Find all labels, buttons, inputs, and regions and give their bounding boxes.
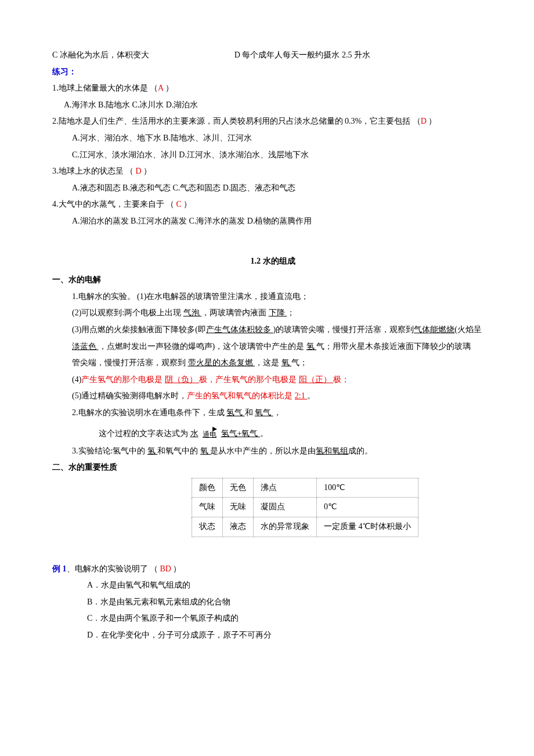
reaction-condition: 通电 [203,430,217,438]
example1-stem-b: ） [171,564,182,573]
q2-stem-b: ） [427,117,437,125]
sec1-p7-blank2: 氧 [200,447,211,455]
top-opt-d: D 每个成年人每天一般约摄水 2.5 升水 [234,51,370,59]
sec1-p3-l3c: ，这是 [255,358,282,367]
sec1-p7a: 3.实验结论:氢气中的 [72,447,147,455]
q1-stem-b: ） [163,84,174,92]
sec1-p4r1: 产生氢气的那个电极是 [81,375,165,384]
table-row: 状态 液态 水的异常现象 一定质量 4℃时体积最小 [192,517,418,537]
sec1-p5a: (5)通过精确实验测得电解水时， [72,391,187,400]
expr-products: 氢气+氧气 [221,429,260,438]
section-title: 1.2 水的组成 [52,254,493,269]
q2-options-1: A.河水、湖泊水、地下水 B.陆地水、冰川、江河水 [52,131,493,146]
sec1-p7-blank3: 氢和氧组 [316,447,348,455]
sec1-p6: 2.电解水的实验说明水在通电条件下，生成 氢气 和 氧气 ， [52,405,493,421]
sec1-p4a: (4) [72,375,81,384]
cell-color-value: 无色 [223,478,254,498]
sec1-p5-blank: 2:1 [295,391,307,400]
q2-stem: 2.陆地水是人们生产、生活用水的主要来源，而人类较易利用的只占淡水总储量的 0.… [52,114,493,129]
table-row: 气味 无味 凝固点 0℃ [192,498,418,517]
q1-stem: 1.地球上储量最大的水体是 （A ） [52,81,493,96]
sec1-header: 一、水的电解 [52,272,493,288]
properties-table: 颜色 无色 沸点 100℃ 气味 无味 凝固点 0℃ 状态 液态 水的异常现象 … [192,478,418,537]
example1-label: 例 1 [52,564,67,573]
sec1-p3-l1: (3)用点燃的火柴接触液面下降较多(即产生气体体积较多 )的玻璃管尖嘴，慢慢打开… [52,322,493,338]
sec1-p1: 1.电解水的实验。 (1)在水电解器的玻璃管里注满水，接通直流电； [52,289,493,305]
sec1-p3-l3a: 管尖端，慢慢打开活塞，观察到 [72,358,188,367]
sec1-p3-blank3: 淡蓝色 [72,342,99,351]
sec1-p2c: ； [287,308,295,317]
cell-freeze-label: 凝固点 [254,498,317,517]
practice-header: 练习： [52,64,493,80]
sec1-p3-blank4: 氢 [306,342,317,351]
top-options: C 冰融化为水后，体积变大 D 每个成年人每天一般约摄水 2.5 升水 [52,48,493,63]
q4-stem: 4.大气中的水蒸气，主要来自于 （ C ） [52,197,493,213]
sec1-p3-l3: 管尖端，慢慢打开活塞，观察到 带火星的木条复燃 ，这是 氧 气； [52,355,493,371]
sec1-p3-l3e: 气； [291,358,308,367]
sec1-p3-blank1: 产生气体体积较多 [206,325,273,334]
q4-stem-a: 4.大气中的水蒸气，主要来自于 （ [52,200,176,208]
cell-state-value: 液态 [223,517,254,537]
example1-opt-b: B．水是由氢元素和氧元素组成的化合物 [52,595,493,610]
sec1-p3b: )的玻璃管尖嘴，慢慢打开活塞，观察到 [273,325,414,334]
cell-smell-label: 气味 [192,498,223,517]
cell-color-label: 颜色 [192,478,223,498]
q3-stem-b: ） [142,167,152,175]
q2-options-2: C.江河水、淡水湖泊水、冰川 D.江河水、淡水湖泊水、浅层地下水 [52,147,493,163]
cell-freeze-value: 0℃ [317,498,418,517]
q1-options: A.海洋水 B.陆地水 C.冰川水 D.湖泊水 [52,98,493,113]
sec1-p7c: 是从水中产生的，所以水是由 [210,447,316,455]
sec1-p3-blank5: 带火星的木条复燃 [188,358,255,367]
sec1-p4r2: 极，产生氧气的那个电极是 [199,375,299,384]
reaction-arrow: 通电 [203,427,217,442]
sec1-p4-blank2: 阳（正） [299,375,334,384]
cell-anomaly-value: 一定质量 4℃时体积最小 [317,517,418,537]
q3-options: A.液态和固态 B.液态和气态 C.气态和固态 D.固态、液态和气态 [52,181,493,196]
example1-opt-a: A．水是由氢气和氧气组成的 [52,578,493,593]
cell-anomaly-label: 水的异常现象 [254,517,317,537]
sec1-p6-blank1: 氢气 [226,408,245,417]
expr-water: 水 [190,429,199,438]
sec1-p2-blank2: 下降 [269,308,287,317]
sec1-p7: 3.实验结论:氢气中的 氢 和氧气中的 氧 是从水中产生的，所以水是由氢和氧组成… [52,444,493,459]
sec1-p6b: 和 [245,408,255,417]
q2-answer: D [421,117,427,125]
table-row: 颜色 无色 沸点 100℃ [192,478,418,498]
sec1-p3-l2d: 气；用带火星木条接近液面下降较少的玻璃 [316,342,471,351]
example1-stem: 例 1、电解水的实验说明了 （ BD ） [52,561,493,577]
sec1-p2b: ，两玻璃管内液面 [201,308,269,317]
cell-smell-value: 无味 [223,498,254,517]
sec1-p2-blank1: 气泡 [183,308,202,317]
q1-stem-a: 1.地球上储量最大的水体是 （ [52,84,158,92]
sec1-p3-l2b: ，点燃时发出一声轻微的爆鸣声)，这个玻璃管中产生的是 [99,342,306,351]
sec1-p6a: 2.电解水的实验说明水在通电条件下，生成 [72,408,226,417]
top-opt-c: C 冰融化为水后，体积变大 [52,51,149,59]
sec1-p4r3: 极； [333,375,349,384]
sec2-header: 二、水的重要性质 [52,460,493,476]
sec1-expression: 这个过程的文字表达式为 水 通电 氢气+氧气 。 [52,426,493,442]
q3-stem: 3.地球上水的状态呈 （ D ） [52,164,493,179]
example1-stem-a: 、电解水的实验说明了 （ [67,564,160,573]
sec1-p4-blank1: 阴（负） [165,375,200,384]
expr-label: 这个过程的文字表达式为 [99,429,190,438]
sec1-p5: (5)通过精确实验测得电解水时，产生的氢气和氧气的体积比是 2:1 。 [52,388,493,404]
sec1-p6-blank2: 氧气 [255,408,273,417]
q3-stem-a: 3.地球上水的状态呈 （ [52,167,136,175]
q4-answer: C [176,200,182,208]
sec1-p3a: (3)用点燃的火柴接触液面下降较多(即 [72,325,206,334]
sec1-p3-l2: 淡蓝色 ，点燃时发出一声轻微的爆鸣声)，这个玻璃管中产生的是 氢 气；用带火星木… [52,339,493,355]
sec1-p3c: (火焰呈 [454,325,482,334]
sec1-p5r: 产生的氢气和氧气的体积比是 [187,391,295,400]
sec1-p4: (4)产生氢气的那个电极是 阴（负） 极，产生氧气的那个电极是 阳（正） 极； [52,372,493,388]
cell-boiling-value: 100℃ [317,478,418,498]
sec1-p7-blank1: 氢 [147,447,158,455]
sec1-p3-blank2: 气体能燃烧 [414,325,454,334]
q4-stem-b: ） [182,200,192,208]
q3-answer: D [136,167,142,175]
cell-state-label: 状态 [192,517,223,537]
sec1-p3-blank6: 氧 [282,358,292,367]
expr-end: 。 [260,429,268,438]
q1-answer: A [158,84,163,92]
example1-opt-c: C．水是由两个氢原子和一个氧原子构成的 [52,611,493,627]
example1-answer: BD [160,564,171,573]
